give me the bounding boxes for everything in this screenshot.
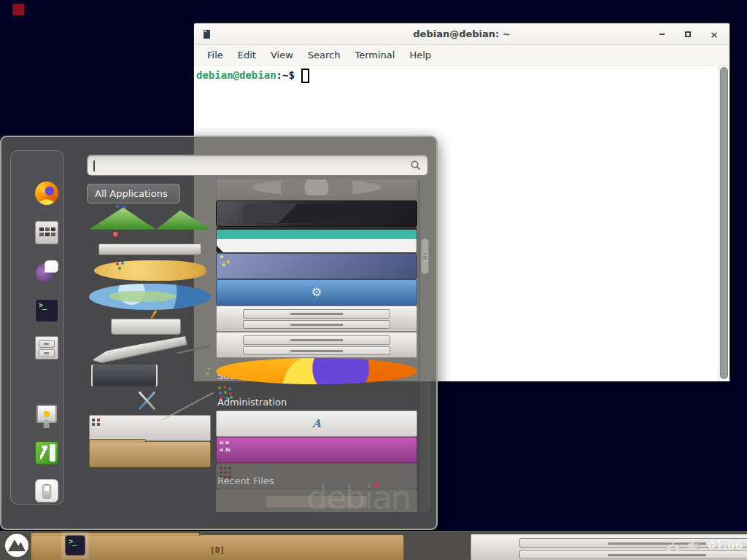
text-caret bbox=[93, 160, 95, 171]
favorite-app-button[interactable] bbox=[35, 221, 58, 244]
category-list: Accessories Games Graphics Internet bbox=[87, 205, 211, 494]
category-icon bbox=[89, 389, 211, 415]
desktop: debian@debian: ~ × FileEditViewSearchTer… bbox=[0, 0, 747, 560]
category-item[interactable]: Internet bbox=[87, 284, 211, 310]
category-item[interactable]: Preferences bbox=[87, 415, 211, 441]
desktop-red-artifact bbox=[12, 4, 24, 15]
favorite-app-button[interactable] bbox=[35, 441, 58, 464]
watermark-red-dot bbox=[374, 482, 379, 487]
close-button[interactable]: × bbox=[709, 29, 719, 39]
favorite-app-button[interactable] bbox=[35, 479, 58, 502]
category-item[interactable]: Places bbox=[87, 441, 211, 467]
favorite-app-icon bbox=[35, 479, 58, 502]
terminal-menu-item[interactable]: Help bbox=[403, 47, 437, 63]
category-icon bbox=[89, 257, 211, 284]
application-item[interactable]: Document Scanner bbox=[212, 227, 417, 253]
category-item[interactable]: Office bbox=[87, 310, 211, 336]
terminal-scrollbar[interactable] bbox=[719, 66, 729, 381]
terminal-icon bbox=[65, 535, 85, 556]
application-icon bbox=[216, 437, 417, 463]
favorite-app-icon bbox=[35, 221, 58, 244]
prompt-user-host: debian@debian bbox=[196, 68, 276, 83]
application-item[interactable]: File Manager PCManFM bbox=[212, 306, 417, 332]
category-icon bbox=[89, 231, 211, 257]
category-icon bbox=[89, 205, 211, 231]
network-icon[interactable] bbox=[666, 539, 680, 552]
application-item[interactable]: Font Selection bbox=[212, 411, 417, 437]
terminal-menu-item[interactable]: Search bbox=[302, 47, 347, 63]
application-item[interactable]: Extensions bbox=[212, 279, 417, 306]
category-item[interactable]: Accessories bbox=[87, 205, 211, 231]
terminal-menu-item[interactable]: Edit bbox=[232, 47, 262, 63]
favorite-app-button[interactable] bbox=[35, 182, 58, 205]
terminal-menu-item[interactable]: Terminal bbox=[349, 47, 400, 63]
favorite-app-icon bbox=[35, 182, 58, 205]
terminal-menu-item[interactable]: File bbox=[201, 47, 229, 63]
application-icon bbox=[216, 279, 417, 306]
terminal-cursor bbox=[301, 69, 309, 83]
application-item[interactable]: Firefox ESR bbox=[212, 358, 417, 384]
category-icon bbox=[89, 362, 211, 389]
menu-button[interactable] bbox=[4, 533, 29, 558]
terminal-scrollbar-thumb[interactable] bbox=[720, 67, 728, 379]
application-icon bbox=[216, 201, 417, 227]
application-icon bbox=[216, 411, 417, 437]
application-list: Disks Display Document Scanner E bbox=[212, 179, 417, 512]
favorite-app-button[interactable] bbox=[35, 336, 58, 359]
favorite-app-icon bbox=[35, 336, 58, 359]
category-icon bbox=[89, 441, 211, 467]
category-item[interactable]: Recent Files bbox=[87, 467, 211, 494]
application-icon bbox=[216, 358, 417, 384]
search-input[interactable] bbox=[87, 155, 428, 176]
category-item[interactable]: Games bbox=[87, 231, 211, 257]
minimize-button[interactable] bbox=[657, 29, 667, 39]
category-icon bbox=[89, 415, 211, 441]
volume-icon[interactable] bbox=[686, 539, 701, 552]
clock[interactable]: 01:06 bbox=[708, 539, 743, 552]
prompt-suffix: :~$ bbox=[276, 68, 295, 83]
favorite-app-icon bbox=[35, 260, 58, 283]
category-icon bbox=[89, 310, 211, 336]
application-icon bbox=[216, 332, 417, 358]
application-icon bbox=[216, 306, 417, 332]
category-item[interactable]: Administration bbox=[87, 389, 211, 415]
application-item[interactable]: Files bbox=[212, 332, 417, 358]
application-item[interactable]: Disks bbox=[212, 179, 417, 201]
application-icon bbox=[216, 227, 417, 253]
application-item[interactable]: Display bbox=[212, 201, 417, 227]
category-all-applications[interactable]: All Applications bbox=[87, 184, 180, 203]
category-label: All Applications bbox=[95, 188, 168, 199]
application-item[interactable]: Five or More bbox=[212, 384, 417, 411]
category-icon bbox=[89, 336, 211, 362]
category-icon bbox=[89, 467, 211, 494]
application-item[interactable]: Fonts bbox=[212, 437, 417, 463]
category-item[interactable]: Graphics bbox=[87, 257, 211, 284]
favorite-app-icon bbox=[35, 299, 58, 322]
favorite-app-icon bbox=[35, 441, 58, 464]
category-icon bbox=[89, 284, 211, 310]
application-icon bbox=[216, 253, 417, 279]
menu-mountain-icon bbox=[4, 533, 29, 558]
category-item[interactable]: Programming bbox=[87, 336, 211, 362]
application-item[interactable]: Effects bbox=[212, 253, 417, 279]
terminal-title: debian@debian: ~ bbox=[194, 28, 729, 39]
terminal-menubar: FileEditViewSearchTerminalHelp bbox=[194, 45, 729, 66]
taskbar: 01:06 bbox=[0, 531, 747, 560]
menu-scrollbar-thumb[interactable] bbox=[421, 238, 429, 274]
favorite-app-button[interactable] bbox=[35, 299, 58, 322]
application-menu: All Applications Accessories Games Graph… bbox=[0, 136, 438, 530]
favorite-app-icon bbox=[35, 403, 58, 427]
debian-watermark: debian bbox=[307, 478, 410, 517]
favorite-app-button[interactable] bbox=[35, 403, 58, 427]
favorite-app-button[interactable] bbox=[35, 260, 58, 283]
application-icon bbox=[216, 179, 417, 201]
terminal-taskbar-button[interactable] bbox=[61, 532, 89, 559]
terminal-prompt: debian@debian:~$ bbox=[194, 66, 729, 83]
category-item[interactable]: Sound & Video bbox=[87, 362, 211, 389]
application-icon bbox=[216, 384, 417, 411]
terminal-menu-item[interactable]: View bbox=[265, 47, 299, 63]
search-icon bbox=[410, 160, 422, 171]
menu-scrollbar[interactable] bbox=[419, 179, 430, 512]
maximize-button[interactable] bbox=[683, 29, 693, 39]
terminal-titlebar[interactable]: debian@debian: ~ × bbox=[194, 23, 729, 45]
